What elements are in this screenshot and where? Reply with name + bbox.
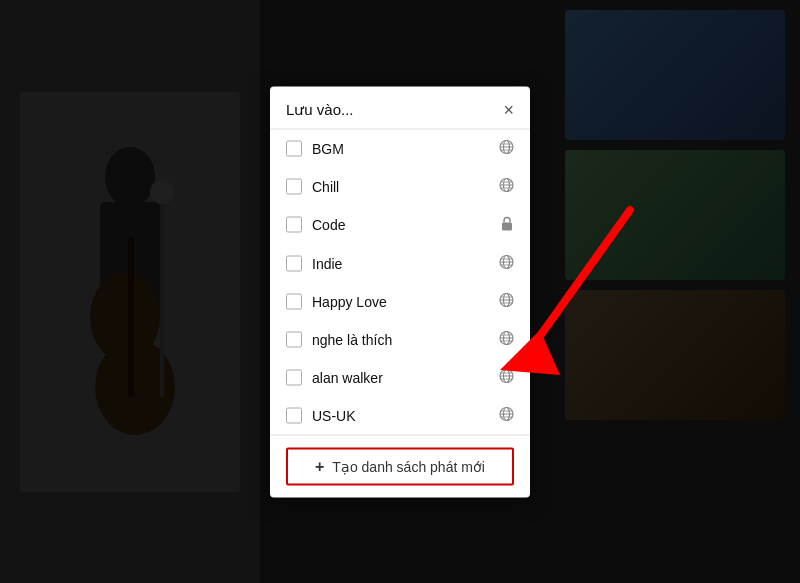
playlist-name: Code bbox=[312, 217, 490, 233]
globe-icon bbox=[499, 406, 514, 424]
modal-header: Lưu vào... × bbox=[270, 86, 530, 129]
playlist-checkbox[interactable] bbox=[286, 407, 302, 423]
list-item[interactable]: Happy Love bbox=[270, 282, 530, 320]
lock-icon bbox=[500, 215, 514, 234]
list-item[interactable]: Chill bbox=[270, 167, 530, 205]
playlist-checkbox[interactable] bbox=[286, 140, 302, 156]
globe-icon bbox=[499, 177, 514, 195]
modal-title: Lưu vào... bbox=[286, 100, 354, 118]
save-to-modal: Lưu vào... × BGM Chill Code Indie bbox=[270, 86, 530, 497]
globe-icon bbox=[499, 368, 514, 386]
create-playlist-button[interactable]: + Tạo danh sách phát mới bbox=[286, 447, 514, 485]
globe-icon bbox=[499, 330, 514, 348]
list-item[interactable]: nghe là thích bbox=[270, 320, 530, 358]
list-item[interactable]: Indie bbox=[270, 244, 530, 282]
playlist-checkbox[interactable] bbox=[286, 255, 302, 271]
playlist-checkbox[interactable] bbox=[286, 369, 302, 385]
globe-icon bbox=[499, 254, 514, 272]
playlist-checkbox[interactable] bbox=[286, 293, 302, 309]
globe-icon bbox=[499, 292, 514, 310]
list-item[interactable]: alan walker bbox=[270, 358, 530, 396]
playlist-name: Chill bbox=[312, 178, 489, 194]
globe-icon bbox=[499, 139, 514, 157]
list-item[interactable]: Code bbox=[270, 205, 530, 244]
playlist-checkbox[interactable] bbox=[286, 331, 302, 347]
playlist-name: Happy Love bbox=[312, 293, 489, 309]
modal-footer: + Tạo danh sách phát mới bbox=[270, 434, 530, 497]
playlist-checkbox[interactable] bbox=[286, 178, 302, 194]
playlist-checkbox[interactable] bbox=[286, 217, 302, 233]
list-item[interactable]: BGM bbox=[270, 129, 530, 167]
playlist-name: nghe là thích bbox=[312, 331, 489, 347]
playlist-list: BGM Chill Code Indie Ha bbox=[270, 129, 530, 434]
list-item[interactable]: US-UK bbox=[270, 396, 530, 434]
playlist-name: BGM bbox=[312, 140, 489, 156]
plus-icon: + bbox=[315, 457, 324, 475]
create-playlist-label: Tạo danh sách phát mới bbox=[332, 458, 485, 474]
playlist-name: Indie bbox=[312, 255, 489, 271]
close-button[interactable]: × bbox=[503, 100, 514, 118]
playlist-name: alan walker bbox=[312, 369, 489, 385]
svg-rect-19 bbox=[502, 222, 512, 230]
playlist-name: US-UK bbox=[312, 407, 489, 423]
